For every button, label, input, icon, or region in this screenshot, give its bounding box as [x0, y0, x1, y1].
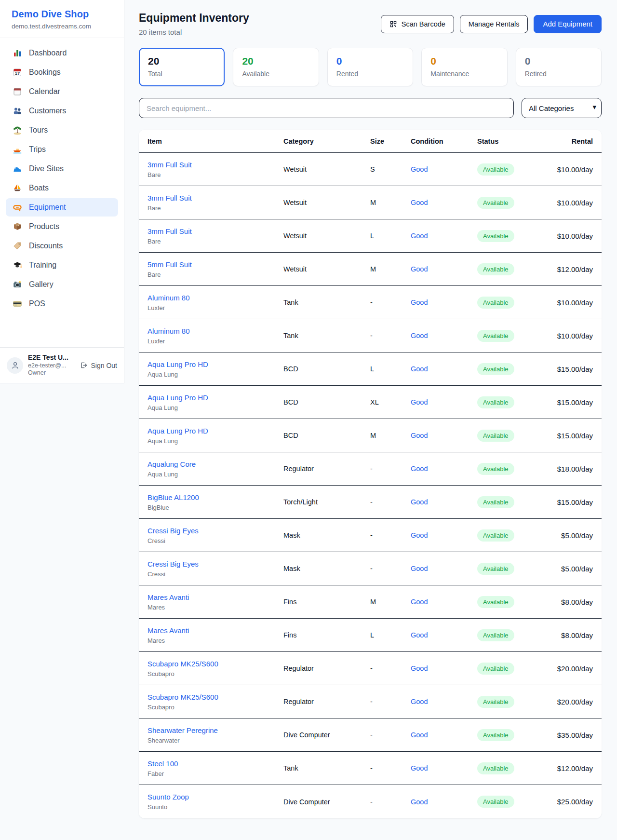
sidebar-item-dive-sites[interactable]: Dive Sites: [6, 160, 118, 178]
condition-link[interactable]: Good: [411, 398, 428, 406]
sidebar-item-dashboard[interactable]: Dashboard: [6, 44, 118, 62]
shop-name: Demo Dive Shop: [12, 9, 112, 20]
sidebar-item-calendar[interactable]: Calendar: [6, 82, 118, 101]
item-name-link[interactable]: 3mm Full Suit: [148, 227, 283, 235]
sidebar-item-pos[interactable]: POS: [6, 295, 118, 313]
sign-out-button[interactable]: Sign Out: [80, 361, 117, 369]
item-size: -: [370, 498, 411, 506]
item-name-link[interactable]: Aluminum 80: [148, 327, 283, 335]
item-category: Fins: [283, 598, 370, 606]
item-category: Fins: [283, 631, 370, 639]
item-name-link[interactable]: Aqua Lung Pro HD: [148, 427, 283, 435]
status-badge: Available: [477, 663, 514, 675]
item-name-link[interactable]: 3mm Full Suit: [148, 194, 283, 202]
condition-link[interactable]: Good: [411, 764, 428, 772]
item-name-link[interactable]: Steel 100: [148, 759, 283, 768]
category-select[interactable]: All Categories: [522, 98, 602, 118]
condition-link[interactable]: Good: [411, 465, 428, 473]
item-brand: Bare: [148, 238, 283, 245]
search-input[interactable]: [139, 98, 514, 118]
item-category: Tank: [283, 298, 370, 306]
item-name-link[interactable]: Mares Avanti: [148, 593, 283, 601]
sidebar-item-bookings[interactable]: Bookings: [6, 63, 118, 81]
item-name-link[interactable]: Aqua Lung Pro HD: [148, 360, 283, 368]
item-name-link[interactable]: Scubapro MK25/S600: [148, 660, 283, 668]
condition-link[interactable]: Good: [411, 598, 428, 606]
add-equipment-button[interactable]: Add Equipment: [534, 15, 602, 33]
condition-link[interactable]: Good: [411, 365, 428, 373]
stat-card-retired[interactable]: 0 Retired: [516, 48, 602, 86]
item-brand: Aqua Lung: [148, 437, 283, 445]
condition-link[interactable]: Good: [411, 165, 428, 173]
sidebar-item-training[interactable]: Training: [6, 256, 118, 274]
sidebar-item-trips[interactable]: Trips: [6, 140, 118, 159]
stat-label: Maintenance: [430, 70, 498, 78]
sidebar-item-discounts[interactable]: Discounts: [6, 237, 118, 255]
sidebar-item-customers[interactable]: Customers: [6, 102, 118, 120]
status-badge: Available: [477, 696, 514, 708]
status-badge: Available: [477, 496, 514, 508]
item-name-link[interactable]: Aluminum 80: [148, 294, 283, 302]
barcode-icon: [389, 20, 397, 28]
page-title: Equipment Inventory: [139, 12, 249, 25]
sidebar-item-gallery[interactable]: Gallery: [6, 275, 118, 294]
condition-link[interactable]: Good: [411, 631, 428, 639]
item-category: Wetsuit: [283, 232, 370, 240]
stat-card-maintenance[interactable]: 0 Maintenance: [421, 48, 507, 86]
condition-link[interactable]: Good: [411, 664, 428, 672]
stat-card-rented[interactable]: 0 Rented: [327, 48, 413, 86]
item-name-link[interactable]: 5mm Full Suit: [148, 260, 283, 269]
item-name-link[interactable]: Aqualung Core: [148, 460, 283, 468]
sidebar-item-products[interactable]: Products: [6, 217, 118, 236]
condition-link[interactable]: Good: [411, 565, 428, 572]
stat-value: 20: [242, 55, 309, 67]
status-badge: Available: [477, 563, 514, 575]
status-badge: Available: [477, 629, 514, 641]
condition-link[interactable]: Good: [411, 199, 428, 206]
item-name-link[interactable]: BigBlue AL1200: [148, 493, 283, 501]
item-name-link[interactable]: Cressi Big Eyes: [148, 560, 283, 568]
item-name-link[interactable]: Cressi Big Eyes: [148, 527, 283, 535]
scan-barcode-button[interactable]: Scan Barcode: [381, 15, 454, 33]
item-category: Wetsuit: [283, 165, 370, 173]
table-row: Mares Avanti Mares Fins L Good Available…: [139, 619, 602, 652]
table-row: Aqualung Core Aqua Lung Regulator - Good…: [139, 452, 602, 486]
condition-link[interactable]: Good: [411, 731, 428, 739]
item-category: Dive Computer: [283, 798, 370, 806]
condition-link[interactable]: Good: [411, 432, 428, 439]
status-badge: Available: [477, 762, 514, 774]
rental-price: $15.00/day: [553, 398, 593, 406]
condition-link[interactable]: Good: [411, 232, 428, 240]
manage-rentals-button[interactable]: Manage Rentals: [460, 15, 528, 33]
condition-link[interactable]: Good: [411, 798, 428, 806]
status-badge: Available: [477, 396, 514, 408]
table-row: Mares Avanti Mares Fins M Good Available…: [139, 585, 602, 619]
status-badge: Available: [477, 330, 514, 342]
sidebar-item-equipment[interactable]: Equipment: [6, 198, 118, 217]
item-name-link[interactable]: Shearwater Peregrine: [148, 726, 283, 734]
item-name-link[interactable]: Scubapro MK25/S600: [148, 693, 283, 701]
sidebar-item-label: Products: [29, 222, 59, 231]
item-brand: Faber: [148, 770, 283, 777]
condition-link[interactable]: Good: [411, 698, 428, 705]
condition-link[interactable]: Good: [411, 265, 428, 273]
condition-link[interactable]: Good: [411, 298, 428, 306]
sidebar-item-label: Dashboard: [29, 49, 67, 57]
stat-card-available[interactable]: 20 Available: [233, 48, 319, 86]
sidebar-item-boats[interactable]: Boats: [6, 179, 118, 197]
item-name-link[interactable]: Mares Avanti: [148, 626, 283, 635]
calendar-date-icon: [13, 68, 22, 77]
table-row: Aluminum 80 Luxfer Tank - Good Available…: [139, 286, 602, 319]
sidebar-nav: Dashboard Bookings Calendar Customers To…: [0, 38, 124, 347]
stat-value: 20: [148, 55, 215, 67]
condition-link[interactable]: Good: [411, 531, 428, 539]
stat-card-total[interactable]: 20 Total: [139, 48, 225, 86]
sidebar-item-tours[interactable]: Tours: [6, 121, 118, 139]
item-name-link[interactable]: Aqua Lung Pro HD: [148, 393, 283, 402]
sidebar-item-label: Equipment: [29, 203, 66, 212]
condition-link[interactable]: Good: [411, 498, 428, 506]
item-name-link[interactable]: 3mm Full Suit: [148, 161, 283, 169]
item-name-link[interactable]: Suunto Zoop: [148, 793, 283, 801]
condition-link[interactable]: Good: [411, 332, 428, 339]
item-category: Wetsuit: [283, 265, 370, 273]
